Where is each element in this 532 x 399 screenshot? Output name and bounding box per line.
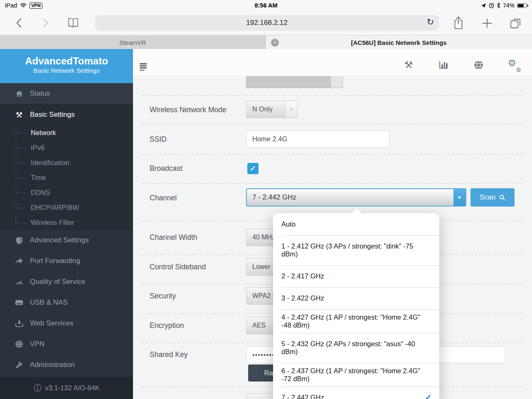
field-label: Shared Key <box>150 350 187 359</box>
topbar-icons: ⚒ ⚙⚙ <box>403 59 520 71</box>
sidebar: AdvancedTomato Basic Network Settings St… <box>0 49 133 399</box>
channel-select[interactable]: 7 - 2.442 GHz ▼ <box>246 188 466 207</box>
row-divider <box>141 124 525 125</box>
sidebar-subitem-ipv6[interactable]: IPv6 <box>0 140 133 155</box>
sidebar-subitem-ddns[interactable]: DDNS <box>0 185 133 200</box>
reload-icon[interactable]: ↻ <box>426 17 434 27</box>
screen: iPad VPN 8:56 AM 74% <box>0 0 532 399</box>
content-topbar: ⚒ ⚙⚙ <box>133 49 532 76</box>
dropdown-option-7-selected[interactable]: 7 - 2.442 GHz ✓ <box>273 387 439 399</box>
row-divider <box>141 183 525 184</box>
battery-icon <box>517 3 527 8</box>
info-icon: ⓘ <box>33 383 41 394</box>
dropdown-option-auto[interactable]: Auto <box>273 213 439 235</box>
tab-bar: SteamVR × [AC56U] Basic Network Settings <box>0 35 532 49</box>
gauge-icon <box>14 279 24 285</box>
sidebar-item-label: USB & NAS <box>30 298 68 307</box>
channel-dropdown-popup: Auto 1 - 2.412 GHz (3 APs / strongest: "… <box>273 213 439 399</box>
globe-icon[interactable] <box>473 59 484 70</box>
tree-branch-icon <box>16 158 26 163</box>
field-label: Encryption <box>150 321 184 330</box>
subitem-label: Wireless Filter <box>31 219 74 227</box>
select-value: Lower <box>252 263 271 271</box>
back-button[interactable] <box>16 18 22 28</box>
checkmark-icon: ✓ <box>250 164 256 173</box>
field-label: Control Sideband <box>150 262 206 271</box>
subitem-label: DHCP/ARP/BW <box>31 204 79 212</box>
sidebar-item-basic-settings[interactable]: ⚒ Basic Settings <box>0 104 133 125</box>
ssid-input[interactable]: Home 2.4G <box>246 131 389 148</box>
tabs-button[interactable] <box>510 17 521 29</box>
sidebar-item-usb-nas[interactable]: USB & NAS <box>0 292 133 313</box>
tree-branch-icon <box>16 143 26 148</box>
dropdown-option-2[interactable]: 2 - 2.417 GHz <box>273 265 439 287</box>
subitem-label: Network <box>31 129 56 137</box>
magnifier-icon <box>499 195 505 201</box>
ios-status-bar: iPad VPN 8:56 AM 74% <box>0 0 532 11</box>
select-value: AES <box>252 322 266 329</box>
wireless-network-mode-select[interactable]: N Only ▼ <box>246 101 298 118</box>
sidebar-item-administration[interactable]: Administration <box>0 355 133 375</box>
select-value: 40 MHz <box>252 234 275 241</box>
dropdown-option-1[interactable]: 1 - 2.412 GHz (3 APs / strongest: "dink"… <box>273 235 439 265</box>
sidebar-item-web-services[interactable]: Web Services <box>0 313 133 334</box>
sidebar-subitem-dhcp[interactable]: DHCP/ARP/BW <box>0 200 133 215</box>
dropdown-option-5[interactable]: 5 - 2.432 GHz (2 APs / strongest: "asus"… <box>273 333 439 363</box>
subitem-label: Identification <box>31 159 69 167</box>
dropdown-option-3[interactable]: 3 - 2.422 GHz <box>273 287 439 309</box>
battery-percent: 74% <box>503 2 515 9</box>
dropdown-option-6[interactable]: 6 - 2.437 GHz (1 AP / strongest: "Home 2… <box>273 363 439 387</box>
home-icon <box>14 90 24 97</box>
input-value: Home 2.4G <box>252 135 287 143</box>
field-label: SSID <box>150 135 167 144</box>
subitem-label: DDNS <box>31 189 50 197</box>
row-divider <box>141 154 525 155</box>
tools-icon[interactable]: ⚒ <box>403 59 414 70</box>
scan-button[interactable]: Scan <box>470 188 515 207</box>
menu-toggle-icon[interactable] <box>140 63 147 71</box>
broadcast-checkbox[interactable]: ✓ <box>247 163 259 174</box>
new-tab-button[interactable] <box>481 17 493 29</box>
sidebar-item-label: Port Forwarding <box>30 257 80 265</box>
tab-network-settings[interactable]: × [AC56U] Basic Network Settings <box>266 35 532 49</box>
bluetooth-icon <box>497 2 500 8</box>
share-button[interactable] <box>453 16 464 30</box>
drive-icon <box>14 300 24 305</box>
url-field[interactable]: 192.168.2.12 ↻ <box>95 15 439 31</box>
field-label: Broadcast <box>150 164 182 173</box>
sidebar-subitem-network[interactable]: Network <box>0 125 133 140</box>
sidebar-item-label: Basic Settings <box>30 111 75 119</box>
sidebar-item-port-forwarding[interactable]: Port Forwarding <box>0 251 133 271</box>
sidebar-subitem-time[interactable]: Time <box>0 170 133 185</box>
status-right: 74% <box>481 2 527 9</box>
version-label: v3.1-132 AIO-64K <box>45 384 99 392</box>
wrench-icon <box>14 361 24 369</box>
settings-gears-icon[interactable]: ⚙⚙ <box>508 59 520 71</box>
select-value: N Only <box>252 106 273 113</box>
sidebar-item-status[interactable]: Status <box>0 83 133 104</box>
sidebar-item-vpn[interactable]: VPN <box>0 334 133 355</box>
shield-icon <box>14 236 24 244</box>
tree-branch-icon <box>16 217 26 223</box>
page-title: Basic Network Settings <box>0 67 133 74</box>
sidebar-subitem-identification[interactable]: Identification <box>0 155 133 170</box>
button-label: Scan <box>480 193 496 202</box>
dropdown-option-4[interactable]: 4 - 2.427 GHz (1 AP / strongest: "Home 2… <box>273 309 439 333</box>
sidebar-subitem-wireless-filter[interactable]: Wireless Filter <box>0 215 133 230</box>
sidebar-item-advanced-settings[interactable]: Advanced Settings <box>0 230 133 251</box>
status-time: 8:56 AM <box>0 2 532 9</box>
chevron-down-icon: ▼ <box>285 101 297 118</box>
tab-label: [AC56U] Basic Network Settings <box>351 39 446 46</box>
clipped-select[interactable] <box>246 76 343 88</box>
sidebar-item-qos[interactable]: Quality of Service <box>0 271 133 292</box>
bookmarks-button[interactable] <box>67 17 79 29</box>
tab-close-icon[interactable]: × <box>271 39 279 47</box>
chevron-down-icon <box>330 76 342 88</box>
forward-button[interactable] <box>43 18 49 28</box>
tools-icon: ⚒ <box>14 110 24 120</box>
sidebar-version-footer[interactable]: ⓘ v3.1-132 AIO-64K <box>0 377 133 399</box>
sidebar-item-label: Web Services <box>30 319 74 328</box>
sidebar-brand-header: AdvancedTomato Basic Network Settings <box>0 49 133 83</box>
tab-steamvr[interactable]: SteamVR <box>0 35 266 49</box>
bandwidth-chart-icon[interactable] <box>438 59 449 70</box>
